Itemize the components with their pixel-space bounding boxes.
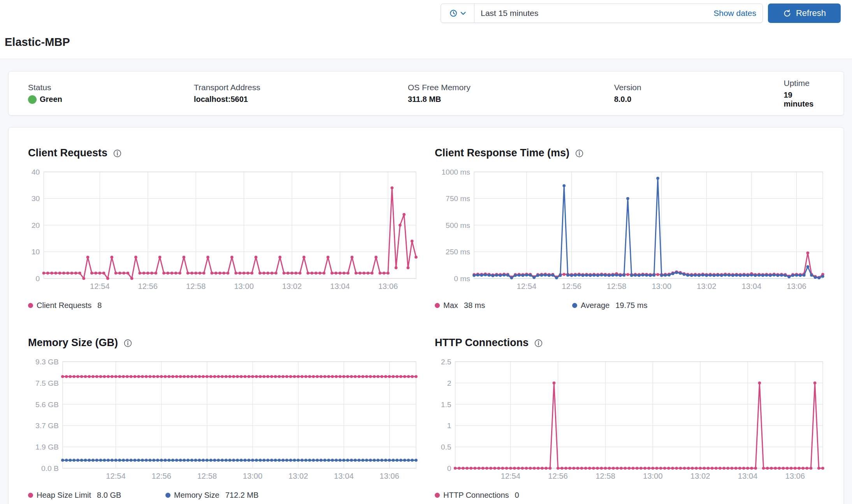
svg-text:1.9 GB: 1.9 GB [35,443,59,451]
client-requests-plot-area[interactable]: 01020304012:5412:5612:5813:0013:0213:041… [28,169,419,293]
svg-text:12:58: 12:58 [596,472,615,480]
clock-icon [449,9,458,18]
legend-label: Memory Size [174,491,220,500]
legend-item[interactable]: Heap Size Limit 8.0 GB [28,491,165,500]
svg-text:2.5: 2.5 [441,359,451,366]
legend-dot [435,493,440,498]
stat-label: Transport Address [194,83,408,92]
legend-dot [572,303,577,308]
svg-text:13:00: 13:00 [643,472,663,480]
legend-item[interactable]: Average 19.75 ms [572,301,647,310]
http-connections-plot-area[interactable]: 00.511.522.512:5412:5612:5813:0013:0213:… [435,359,826,483]
stat-version: Version 8.0.0 [614,83,784,104]
svg-text:250 ms: 250 ms [446,248,470,256]
legend-value: 8 [97,301,102,310]
legend-value: 8.0 GB [97,491,121,500]
svg-text:7.5 GB: 7.5 GB [35,379,59,387]
legend-item[interactable]: HTTP Connections 0 [435,491,572,500]
chart-title: Client Requests [28,147,107,159]
page-content: Status Green Transport Address localhost… [0,59,852,504]
memory-size-plot-area[interactable]: 0.0 B1.9 GB3.7 GB5.6 GB7.5 GB9.3 GB12:54… [28,359,419,483]
stat-value: 8.0.0 [614,95,784,104]
legend-label: Heap Size Limit [37,491,91,500]
svg-text:750 ms: 750 ms [446,195,470,203]
kibana-node-monitoring-page: Last 15 minutes Show dates Refresh Elast… [0,0,852,504]
health-status-dot [28,95,37,104]
info-icon[interactable] [124,339,132,347]
svg-text:13:04: 13:04 [742,282,762,290]
refresh-button-label: Refresh [796,8,826,18]
stat-label: OS Free Memory [408,83,614,92]
chart-header: HTTP Connections [435,333,826,352]
chart-header: Memory Size (GB) [28,333,419,352]
svg-text:13:04: 13:04 [738,472,758,480]
health-status-text: Green [40,95,62,104]
svg-text:13:00: 13:00 [234,282,254,290]
refresh-button[interactable]: Refresh [768,4,841,23]
info-icon[interactable] [113,149,121,158]
stat-label: Status [28,83,194,92]
stat-value: 19 minutes [784,91,824,108]
chart-title: HTTP Connections [435,337,529,349]
svg-text:13:06: 13:06 [787,282,806,290]
legend-item[interactable]: Client Requests 8 [28,301,165,310]
legend-label: HTTP Connections [443,491,509,500]
stat-status: Status Green [28,83,194,104]
chart-header: Client Requests [28,143,419,163]
svg-text:13:06: 13:06 [785,472,805,480]
svg-text:13:00: 13:00 [652,282,671,290]
svg-text:10: 10 [32,248,40,256]
svg-text:0.0 B: 0.0 B [41,464,59,472]
svg-text:30: 30 [32,195,40,203]
legend-dot [435,303,440,308]
chart-memory-size: Memory Size (GB) 0.0 B1.9 GB3.7 GB5.6 GB… [28,333,419,500]
svg-text:0.5: 0.5 [441,443,451,451]
legend-value: 0 [515,491,519,500]
svg-text:12:56: 12:56 [138,282,158,290]
svg-text:13:04: 13:04 [330,282,350,290]
refresh-icon [783,9,792,18]
time-quick-select-button[interactable] [441,4,474,23]
legend-label: Client Requests [37,301,91,310]
chart-legend: Heap Size Limit 8.0 GB Memory Size 712.2… [28,490,419,500]
legend-label: Max [443,301,458,310]
client-response-time-plot-area[interactable]: 0 ms250 ms500 ms750 ms1000 ms12:5412:561… [435,169,826,293]
legend-dot [165,493,170,498]
info-icon[interactable] [575,149,583,158]
svg-text:13:02: 13:02 [282,282,302,290]
charts-panel: Client Requests 01020304012:5412:5612:58… [8,127,844,504]
stat-value: localhost:5601 [194,95,408,104]
info-icon[interactable] [534,339,543,347]
svg-text:12:54: 12:54 [501,472,520,480]
time-range-display[interactable]: Last 15 minutes [474,9,713,18]
chart-client-requests: Client Requests 01020304012:5412:5612:58… [28,143,419,310]
stat-uptime: Uptime 19 minutes [784,79,824,108]
svg-text:13:04: 13:04 [334,472,354,480]
legend-item[interactable]: Max 38 ms [435,301,572,310]
show-dates-button[interactable]: Show dates [713,9,762,18]
svg-text:20: 20 [32,221,40,229]
svg-text:40: 40 [32,169,40,176]
svg-text:12:58: 12:58 [186,282,206,290]
stat-os-free-memory: OS Free Memory 311.8 MB [408,83,614,104]
chart-title: Memory Size (GB) [28,337,118,349]
svg-text:12:54: 12:54 [90,282,110,290]
svg-text:12:54: 12:54 [106,472,126,480]
svg-text:0: 0 [447,464,451,472]
stat-value: Green [28,95,194,104]
legend-item[interactable]: Memory Size 712.2 MB [165,491,258,500]
stat-value: 311.8 MB [408,95,614,104]
svg-text:1: 1 [447,422,451,430]
svg-text:13:06: 13:06 [378,282,398,290]
svg-text:12:56: 12:56 [548,472,568,480]
legend-value: 19.75 ms [615,301,647,310]
svg-text:9.3 GB: 9.3 GB [35,359,59,366]
svg-text:13:02: 13:02 [697,282,717,290]
stat-label: Version [614,83,784,92]
svg-text:13:02: 13:02 [288,472,308,480]
time-picker: Last 15 minutes Show dates [441,4,763,23]
legend-dot [28,303,33,308]
chart-http-connections: HTTP Connections 00.511.522.512:5412:561… [435,333,826,500]
legend-value: 712.2 MB [225,491,259,500]
chart-header: Client Response Time (ms) [435,143,826,163]
